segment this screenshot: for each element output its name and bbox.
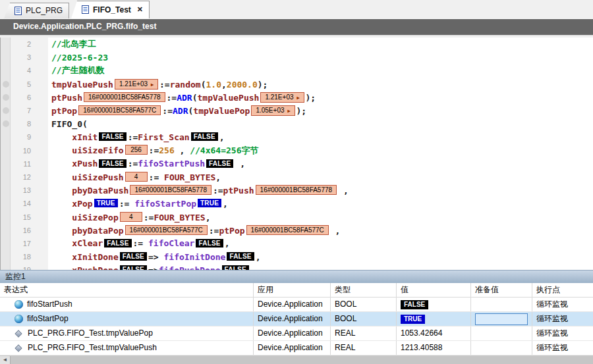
prepared-value-cell[interactable]: [471, 341, 532, 355]
line-number: 15: [11, 213, 32, 221]
expression-label: PLC_PRG.FIFO_Test.tmpValuePop: [28, 326, 153, 340]
inline-monitor-value[interactable]: 16#000001BC58FA577C: [246, 225, 329, 235]
code-line-10[interactable]: 10 uiSizeFifo256:=256 , //4x64=256字节: [1, 144, 593, 157]
execution-point-cell: 循环监视: [532, 298, 593, 311]
line-number: 9: [11, 133, 32, 141]
prepared-value-input[interactable]: [475, 313, 528, 325]
inline-monitor-bool[interactable]: FALSE: [222, 265, 249, 270]
horizontal-scrollbar[interactable]: ◄: [0, 355, 593, 364]
breakpoint-margin[interactable]: [1, 94, 11, 101]
breakpoint-position-marker[interactable]: [3, 81, 9, 88]
scroll-left-arrow-icon[interactable]: ◄: [0, 356, 10, 364]
code-line-16[interactable]: 16 pbyDataPop16#000001BC58FA577C:=ptPop1…: [1, 224, 593, 237]
value-cell[interactable]: FALSE: [397, 298, 471, 311]
line-number: 11: [11, 160, 32, 168]
code-line-12[interactable]: 12 uiSizePush4:= FOUR_BYTES,: [1, 170, 593, 184]
code-line-4[interactable]: 4//产生随机数: [1, 64, 593, 77]
code-line-5[interactable]: 5tmpValuePush1.21E+03▸:=random(1.0,2000.…: [1, 78, 593, 91]
inline-monitor-bool[interactable]: FALSE: [120, 265, 147, 270]
code-text: //产生随机数: [51, 65, 105, 76]
prepared-value-cell[interactable]: [471, 312, 532, 326]
inline-monitor-bool[interactable]: TRUE: [94, 199, 118, 207]
column-header[interactable]: 准备值: [471, 283, 532, 297]
inline-monitor-bool[interactable]: FALSE: [99, 159, 126, 168]
st-code-editor[interactable]: 2//北岛李工3//2025-6-234//产生随机数5tmpValuePush…: [0, 38, 593, 270]
code-text: xPushFALSE:=fifoStartPushFALSE ,: [51, 159, 245, 169]
column-header[interactable]: 类型: [331, 283, 397, 297]
breakpoint-margin[interactable]: [1, 107, 11, 114]
line-number: 7: [11, 107, 32, 115]
line-number: 4: [11, 66, 32, 74]
inline-monitor-bool[interactable]: FALSE: [104, 239, 131, 247]
expand-arrow-icon[interactable]: ▸: [297, 95, 300, 101]
code-line-13[interactable]: 13 pbyDataPush16#000001BC58FA5778:=ptPus…: [1, 184, 593, 197]
expression-cell: PLC_PRG.FIFO_Test.tmpValuePop: [0, 326, 254, 340]
value-cell[interactable]: TRUE: [397, 312, 471, 326]
expand-arrow-icon[interactable]: ▸: [151, 82, 154, 88]
column-header[interactable]: 值: [397, 283, 471, 297]
expression-label: fifoStartPop: [27, 312, 69, 326]
code-text: ptPush16#000001BC58FA5778:=ADR(tmpValueP…: [51, 92, 316, 103]
column-header[interactable]: 执行点: [532, 283, 593, 297]
inline-monitor-value[interactable]: 16#000001BC58FA5778: [130, 185, 212, 195]
watch-row[interactable]: fifoStartPopDevice.ApplicationBOOLTRUE循环…: [0, 312, 593, 326]
code-line-8[interactable]: 8FIFO_0(: [1, 117, 593, 130]
code-line-9[interactable]: 9 xInitFALSE:=First_ScanFALSE,: [1, 130, 593, 143]
expression-cell: fifoStartPush: [0, 298, 254, 311]
inline-monitor-value[interactable]: 16#000001BC58FA5778: [84, 92, 165, 102]
code-line-6[interactable]: 6ptPush16#000001BC58FA5778:=ADR(tmpValue…: [1, 91, 593, 104]
inline-monitor-bool[interactable]: TRUE: [198, 199, 221, 207]
expression-cell: PLC_PRG.FIFO_Test.tmpValuePush: [0, 341, 254, 355]
code-line-18[interactable]: 18 xInitDoneFALSE=> fifoInitDoneFALSE,: [1, 250, 593, 263]
value-cell[interactable]: 1053.42664: [397, 326, 471, 340]
expression-label: fifoStartPush: [27, 298, 72, 311]
code-line-2[interactable]: 2//北岛李工: [1, 38, 593, 51]
inline-monitor-value[interactable]: 256: [125, 145, 148, 155]
column-header[interactable]: 表达式: [0, 283, 254, 297]
inline-monitor-bool[interactable]: FALSE: [120, 252, 147, 261]
watch-row[interactable]: fifoStartPushDevice.ApplicationBOOLFALSE…: [0, 298, 593, 312]
scrollbar-thumb[interactable]: [10, 356, 593, 364]
code-line-15[interactable]: 15 uiSizePop4:=FOUR_BYTES,: [1, 210, 593, 223]
inline-monitor-value[interactable]: 1.05E+03▸: [251, 105, 295, 116]
code-line-3[interactable]: 3//2025-6-23: [1, 51, 593, 64]
watch-row[interactable]: PLC_PRG.FIFO_Test.tmpValuePopDevice.Appl…: [0, 326, 593, 341]
code-line-14[interactable]: 14 xPopTRUE:= fifoStartPopTRUE,: [1, 197, 593, 210]
inline-monitor-bool[interactable]: FALSE: [99, 132, 126, 141]
code-line-11[interactable]: 11 xPushFALSE:=fifoStartPushFALSE ,: [1, 157, 593, 170]
code-text: xPopTRUE:= fifoStartPopTRUE,: [51, 199, 228, 209]
expand-arrow-icon[interactable]: ▸: [288, 108, 291, 114]
inline-monitor-value[interactable]: 1.21E+03▸: [260, 92, 304, 103]
line-number: 17: [11, 240, 32, 247]
line-number: 2: [11, 40, 32, 48]
code-line-7[interactable]: 7ptPop16#000001BC58FA577C:=ADR(tmpValueP…: [1, 104, 593, 117]
inline-monitor-value[interactable]: 1.21E+03▸: [115, 79, 158, 90]
execution-point-cell: 循环监视: [532, 312, 593, 326]
breakpoint-position-marker[interactable]: [3, 120, 9, 127]
column-header[interactable]: 应用: [254, 283, 331, 297]
inline-monitor-value[interactable]: 16#000001BC58FA5778: [256, 185, 337, 195]
value-cell[interactable]: 1213.40588: [397, 341, 471, 355]
tab-fifo-test[interactable]: FIFO_Test ✕: [71, 1, 150, 18]
line-number: 10: [11, 147, 32, 155]
inline-monitor-bool[interactable]: FALSE: [206, 159, 233, 168]
inline-monitor-value[interactable]: 4: [120, 212, 142, 222]
code-line-19[interactable]: 19 xPushDoneFALSE=>fifoPushDoneFALSE: [1, 263, 593, 270]
inline-monitor-value[interactable]: 16#000001BC58FA577C: [78, 105, 161, 115]
bool-value-badge: TRUE: [401, 315, 425, 324]
breakpoint-position-marker[interactable]: [3, 94, 9, 101]
tab-plc-prg[interactable]: PLC_PRG: [4, 3, 69, 18]
prepared-value-cell[interactable]: [471, 298, 532, 311]
inline-monitor-value[interactable]: 16#000001BC58FA577C: [125, 225, 208, 235]
breakpoint-position-marker[interactable]: [3, 107, 9, 114]
inline-monitor-value[interactable]: 4: [125, 172, 148, 182]
inline-monitor-bool[interactable]: FALSE: [227, 252, 254, 261]
breakpoint-margin[interactable]: [1, 120, 11, 127]
prepared-value-cell[interactable]: [471, 326, 532, 340]
code-line-17[interactable]: 17 xClearFALSE:= fifoClearFALSE,: [1, 237, 593, 250]
inline-monitor-bool[interactable]: FALSE: [191, 132, 218, 141]
breakpoint-margin[interactable]: [1, 81, 11, 88]
watch-row[interactable]: PLC_PRG.FIFO_Test.tmpValuePushDevice.App…: [0, 341, 593, 355]
close-icon[interactable]: ✕: [137, 5, 143, 14]
inline-monitor-bool[interactable]: FALSE: [196, 239, 223, 247]
